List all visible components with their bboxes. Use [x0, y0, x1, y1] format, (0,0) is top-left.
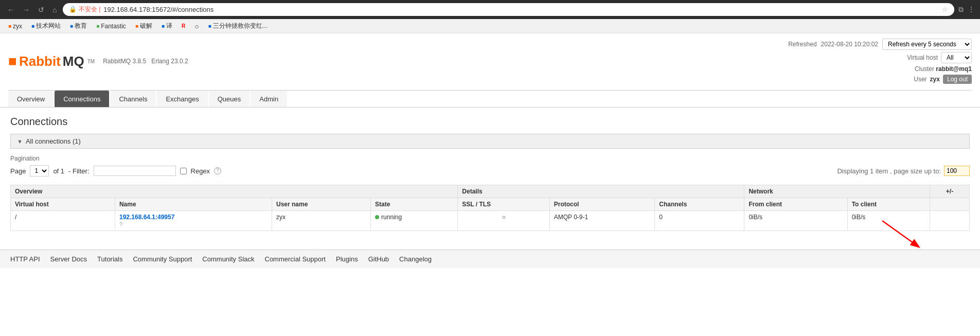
all-connections-label: All connections (1)	[26, 137, 81, 145]
th-to-client: To client	[847, 198, 930, 211]
app-footer: HTTP API Server Docs Tutorials Community…	[0, 250, 980, 268]
footer-link-community-slack[interactable]: Community Slack	[202, 255, 254, 263]
pagination-label: Pagination	[10, 155, 970, 162]
logo-area: ■ RabbitMQTM RabbitMQ 3.8.5 Erlang 23.0.…	[8, 53, 188, 69]
footer-link-tutorials[interactable]: Tutorials	[97, 255, 122, 263]
bookmark-techsite[interactable]: ■ 技术网站	[28, 21, 64, 31]
th-from-client: From client	[744, 198, 847, 211]
security-warning: 🔒 不安全 |	[69, 5, 100, 14]
cluster-row: Cluster rabbit@mq1	[915, 65, 972, 73]
bookmark-star[interactable]: ☆	[942, 6, 948, 13]
logo-rabbit: Rabbit	[19, 54, 61, 69]
page-label: Page	[10, 167, 26, 175]
refresh-select[interactable]: Refresh every 5 seconds Refresh every 10…	[882, 39, 972, 50]
help-icon[interactable]: ?	[214, 167, 221, 174]
user-label: User	[914, 76, 926, 83]
nav-home-button[interactable]: ⌂	[50, 5, 59, 15]
address-bar[interactable]: 🔒 不安全 | 192.168.64.178:15672/#/connectio…	[63, 3, 954, 16]
status-dot	[375, 215, 379, 219]
cluster-label: Cluster	[915, 65, 934, 73]
tab-connections[interactable]: Connections	[55, 91, 109, 107]
th-extra	[930, 198, 970, 211]
tab-queues[interactable]: Queues	[209, 91, 250, 107]
logo: ■ RabbitMQTM	[8, 53, 95, 69]
regex-checkbox[interactable]	[180, 168, 187, 174]
bookmark-education[interactable]: ■ 教育	[67, 21, 90, 31]
tab-channels[interactable]: Channels	[110, 91, 156, 107]
user-row: User zyx Log out	[914, 75, 972, 84]
page-title: Connections	[10, 116, 970, 128]
bookmarks-bar: ■ zyx ■ 技术网站 ■ 教育 ■ Fantastic ■ 破解 ■ 译 R…	[0, 19, 980, 33]
bookmark-translate[interactable]: ■ 译	[158, 21, 175, 31]
th-protocol: Protocol	[549, 198, 655, 211]
cell-username: zyx	[272, 211, 370, 231]
col-group-details: Details	[458, 185, 744, 198]
address-text: 192.168.64.178:15672/#/connections	[103, 6, 939, 13]
app-header: ■ RabbitMQTM RabbitMQ 3.8.5 Erlang 23.0.…	[0, 33, 980, 108]
nav-back-button[interactable]: ←	[5, 5, 16, 15]
tab-exchanges[interactable]: Exchanges	[157, 91, 207, 107]
footer-link-changelog[interactable]: Changelog	[399, 255, 432, 263]
footer-link-http-api[interactable]: HTTP API	[10, 255, 40, 263]
vhost-row: Virtual host All /	[907, 52, 972, 63]
logo-icon: ■	[8, 53, 17, 69]
th-state: State	[371, 198, 458, 211]
footer-link-commercial-support[interactable]: Commercial Support	[265, 255, 326, 263]
bookmark-fantastic[interactable]: ■ Fantastic	[93, 22, 129, 31]
connection-link[interactable]: 192.168.64.1:49957	[119, 214, 174, 221]
tab-overview[interactable]: Overview	[8, 91, 54, 107]
bookmark-video[interactable]: ■ 三分钟拯救你变红...	[205, 21, 271, 31]
page-select[interactable]: 1	[30, 165, 49, 176]
header-controls: Refreshed 2022-08-20 10:20:02 Refresh ev…	[788, 39, 972, 84]
bookmark-r[interactable]: R	[179, 22, 188, 30]
status-running: running	[375, 214, 402, 221]
regex-label: Regex	[191, 167, 210, 175]
cluster-name: rabbit@mq1	[936, 65, 972, 73]
app-container: ■ RabbitMQTM RabbitMQ 3.8.5 Erlang 23.0.…	[0, 33, 980, 301]
bookmark-crack[interactable]: ■ 破解	[132, 21, 155, 31]
displaying-label: Displaying 1 item , page size up to:	[837, 167, 941, 175]
vhost-label: Virtual host	[907, 54, 938, 61]
cell-from-client: 0iB/s	[744, 211, 847, 231]
th-ssl-tls: SSL / TLS	[458, 198, 549, 211]
logo-tm: TM	[87, 59, 95, 64]
bookmark-circle[interactable]: ○	[191, 21, 202, 31]
cell-ssl: ○	[458, 211, 549, 231]
col-group-plusminus[interactable]: +/-	[930, 185, 970, 198]
th-virtual-host: Virtual host	[11, 198, 115, 211]
col-group-network: Network	[744, 185, 930, 198]
of-label: of 1	[53, 167, 64, 175]
extension-icon[interactable]: ⧉	[958, 5, 964, 14]
cell-virtual-host: /	[11, 211, 115, 231]
th-user-name: User name	[272, 198, 370, 211]
cell-name: 192.168.64.1:49957 ?	[115, 211, 272, 231]
footer-link-github[interactable]: GitHub	[368, 255, 389, 263]
connection-sub: ?	[119, 221, 122, 227]
pagination-controls: Page 1 of 1 - Filter: Regex ? Displaying…	[10, 165, 970, 176]
rabbitmq-version: RabbitMQ 3.8.5	[103, 58, 146, 65]
logout-button[interactable]: Log out	[943, 75, 972, 84]
bookmark-zyx[interactable]: ■ zyx	[5, 22, 25, 31]
collapse-arrow: ▼	[17, 138, 23, 145]
all-connections-header[interactable]: ▼ All connections (1)	[10, 134, 970, 149]
filter-label: - Filter:	[68, 167, 89, 175]
page-size-input[interactable]: 100	[944, 166, 970, 176]
nav-refresh-button[interactable]: ↺	[36, 5, 46, 15]
browser-chrome: ← → ↺ ⌂ 🔒 不安全 | 192.168.64.178:15672/#/c…	[0, 0, 980, 19]
tab-admin[interactable]: Admin	[251, 91, 287, 107]
filter-input[interactable]	[94, 166, 176, 176]
connections-table: Overview Details Network +/- Virtual hos…	[10, 185, 970, 231]
footer-link-plugins[interactable]: Plugins	[336, 255, 358, 263]
footer-link-community-support[interactable]: Community Support	[133, 255, 192, 263]
nav-forward-button[interactable]: →	[21, 5, 32, 15]
cell-state: running	[371, 211, 458, 231]
cell-channels: 0	[655, 211, 744, 231]
refreshed-time: 2022-08-20 10:20:02	[821, 41, 878, 48]
col-group-overview: Overview	[11, 185, 458, 198]
vhost-select[interactable]: All /	[941, 52, 972, 63]
version-info: RabbitMQ 3.8.5 Erlang 23.0.2	[103, 58, 188, 65]
table-row: / 192.168.64.1:49957 ? zyx running	[11, 211, 970, 231]
footer-link-server-docs[interactable]: Server Docs	[50, 255, 87, 263]
cell-protocol: AMQP 0-9-1	[549, 211, 655, 231]
menu-icon[interactable]: ⋮	[968, 5, 975, 14]
